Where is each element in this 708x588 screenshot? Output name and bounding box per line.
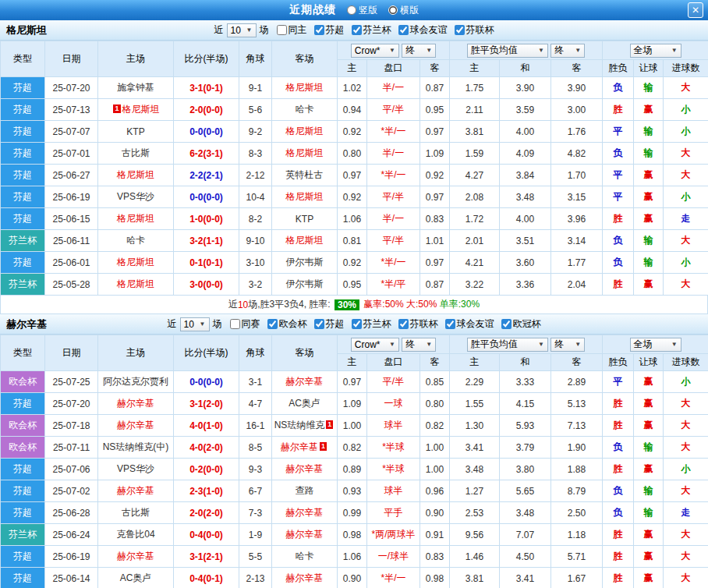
chevron-down-icon: ▼ <box>671 47 678 54</box>
home-odds: 0.92 <box>338 186 367 208</box>
filter-芬超[interactable]: 芬超 <box>314 23 345 37</box>
handicap-line: *半/一 <box>367 568 420 588</box>
avg-time-dropdown[interactable]: 终▼ <box>550 338 585 352</box>
match-date: 25-07-07 <box>45 121 98 143</box>
scope-dropdown[interactable]: 全场▼ <box>630 44 681 58</box>
filter-欧冠杯[interactable]: 欧冠杯 <box>501 317 541 331</box>
filter-芬联杯[interactable]: 芬联杯 <box>398 317 438 331</box>
odds-company-dropdown[interactable]: Crow*▼ <box>351 338 399 352</box>
home-team: 施拿钟基 <box>98 77 174 99</box>
avg-home-odds: 1.72 <box>450 208 500 230</box>
team-name: 格尼斯坦 <box>122 104 160 115</box>
horizontal-layout-radio[interactable] <box>388 5 398 15</box>
red-card-badge: 1 <box>320 442 327 451</box>
handicap-line: *半/一 <box>367 121 420 143</box>
home-team: 赫尔辛基 <box>98 393 174 415</box>
filter-同赛[interactable]: 同赛 <box>230 317 260 331</box>
avg-away-odds: 8.79 <box>551 480 603 502</box>
handicap-result-flag: 赢 <box>634 274 664 296</box>
scope-controls: 全场▼ <box>603 335 708 354</box>
avg-time-value: 终 <box>554 44 564 57</box>
home-team: 1格尼斯坦 <box>98 99 174 121</box>
filter-checkbox[interactable] <box>230 319 240 329</box>
odds-company-dropdown[interactable]: Crow*▼ <box>351 44 399 58</box>
filter-checkbox[interactable] <box>445 319 455 329</box>
filter-同主[interactable]: 同主 <box>277 23 307 37</box>
avg-type-dropdown[interactable]: 胜平负均值▼ <box>467 338 548 352</box>
filter-checkbox[interactable] <box>398 25 409 35</box>
match-date: 25-07-20 <box>45 77 98 99</box>
home-team: NS珐纳维克(中) <box>98 437 174 459</box>
col-odds-away: 客 <box>420 60 450 77</box>
match-count-dropdown[interactable]: 10▼ <box>180 317 210 331</box>
league-type-badge: 芬超 <box>1 252 45 274</box>
close-icon[interactable]: ✕ <box>688 2 703 18</box>
filter-checkbox[interactable] <box>455 25 465 35</box>
filter-芬联杯[interactable]: 芬联杯 <box>455 23 494 37</box>
home-odds: 0.99 <box>338 502 367 524</box>
filter-checkbox[interactable] <box>501 319 512 329</box>
filter-checkbox[interactable] <box>267 319 278 329</box>
team-section-helsinki: 赫尔辛基 近 10▼ 场 同赛欧会杯芬超芬兰杯芬联杯球会友谊欧冠杯 类型 日期 … <box>0 314 708 588</box>
filter-checkbox[interactable] <box>314 319 324 329</box>
away-odds: 0.95 <box>420 99 450 121</box>
filter-芬兰杯[interactable]: 芬兰杯 <box>352 317 391 331</box>
handicap-result-flag: 输 <box>634 502 664 524</box>
col-result: 胜负 <box>603 60 634 77</box>
filter-checkbox[interactable] <box>314 25 324 35</box>
odds-time-dropdown[interactable]: 终▼ <box>402 338 436 352</box>
match-row: 芬超25-07-01古比斯6-2(3-1)8-3格尼斯坦0.80半/一1.091… <box>1 143 708 165</box>
avg-type-value: 胜平负均值 <box>471 338 518 351</box>
layout-option-vertical[interactable]: 竖版 <box>347 4 377 17</box>
handicap-line: 半/一 <box>367 143 420 165</box>
scope-value: 全场 <box>634 44 653 57</box>
handicap-line: 平手 <box>367 502 420 524</box>
col-avg-draw: 和 <box>500 60 551 77</box>
corner-score: 8-5 <box>239 437 272 459</box>
goals-result-flag: 大 <box>664 393 708 415</box>
filter-球会友谊[interactable]: 球会友谊 <box>398 23 448 37</box>
away-team: 赫尔辛基 <box>272 568 338 588</box>
col-handicap: 盘口 <box>367 354 420 371</box>
filter-欧会杯[interactable]: 欧会杯 <box>267 317 307 331</box>
corner-score: 8-3 <box>239 143 272 165</box>
handicap-result-flag: 赢 <box>634 99 664 121</box>
avg-time-dropdown[interactable]: 终▼ <box>550 44 585 58</box>
filter-checkbox[interactable] <box>277 25 287 35</box>
filter-芬超[interactable]: 芬超 <box>314 317 345 331</box>
avg-away-odds: 4.82 <box>551 143 603 165</box>
filter-checkbox[interactable] <box>398 319 409 329</box>
summary-segment: 单率:30% <box>437 298 480 311</box>
avg-draw-odds: 3.41 <box>500 568 551 588</box>
avg-home-odds: 2.01 <box>450 230 500 252</box>
avg-type-dropdown[interactable]: 胜平负均值▼ <box>467 44 548 58</box>
away-odds: 0.87 <box>420 77 450 99</box>
chevron-down-icon: ▼ <box>426 341 432 348</box>
filter-芬兰杯[interactable]: 芬兰杯 <box>352 23 391 37</box>
col-handicap: 盘口 <box>367 60 420 77</box>
layout-option-horizontal[interactable]: 横版 <box>388 4 419 17</box>
team-name: 赫尔辛基 <box>117 420 154 430</box>
away-team: AC奥卢 <box>272 393 338 415</box>
match-count-dropdown[interactable]: 10▼ <box>227 23 257 37</box>
scope-controls: 全场▼ <box>603 41 708 60</box>
odds-time-dropdown[interactable]: 终▼ <box>402 44 436 58</box>
avg-controls: 胜平负均值▼ 终▼ <box>450 41 603 60</box>
avg-away-odds: 7.13 <box>551 415 603 437</box>
corner-score: 3-10 <box>239 252 272 274</box>
handicap-line: *两/两球半 <box>367 524 420 546</box>
filter-checkbox[interactable] <box>352 25 362 35</box>
home-odds: 0.81 <box>338 230 367 252</box>
match-row: 芬兰杯25-06-11哈卡3-2(1-1)9-10格尼斯坦0.81平/半1.01… <box>1 230 708 252</box>
corner-score: 9-3 <box>239 459 272 480</box>
team-name: 格尼斯坦 <box>286 126 324 136</box>
filter-checkbox[interactable] <box>352 319 362 329</box>
scope-dropdown[interactable]: 全场▼ <box>630 338 681 352</box>
avg-home-odds: 4.27 <box>450 165 500 186</box>
filter-球会友谊[interactable]: 球会友谊 <box>445 317 494 331</box>
col-avg-away: 客 <box>551 354 603 371</box>
home-odds: 0.95 <box>338 274 367 296</box>
vertical-layout-radio[interactable] <box>347 5 356 15</box>
goals-result-flag: 大 <box>664 480 708 502</box>
corner-score: 9-10 <box>239 230 272 252</box>
